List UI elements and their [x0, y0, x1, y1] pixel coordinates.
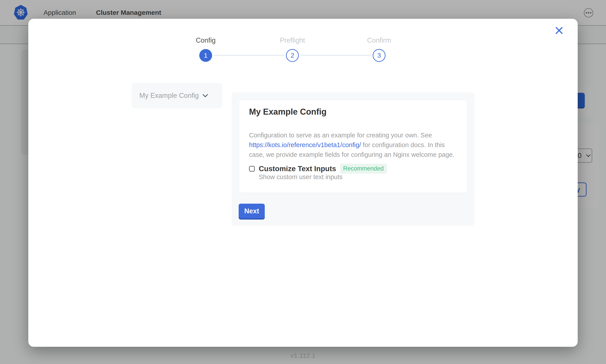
customize-text-inputs-row: Customize Text Inputs Recommended [249, 164, 387, 174]
step-label-config: Config [173, 37, 239, 44]
config-group-dropdown[interactable]: My Example Config [132, 83, 222, 108]
config-group-title: My Example Config [249, 107, 327, 117]
next-button[interactable]: Next [239, 204, 265, 219]
customize-text-inputs-checkbox[interactable] [249, 166, 255, 172]
step-connector-2 [300, 55, 371, 56]
description-text: Configuration to serve as an example for… [249, 132, 432, 139]
config-group-description: Configuration to serve as an example for… [249, 130, 459, 159]
config-group-card: My Example Config Configuration to serve… [239, 100, 467, 193]
step-label-preflight: Preflight [259, 37, 326, 44]
customize-text-inputs-label[interactable]: Customize Text Inputs [259, 165, 336, 173]
close-icon[interactable] [553, 24, 565, 37]
config-panel: My Example Config Configuration to serve… [232, 92, 474, 226]
step-connector-1 [214, 55, 284, 56]
config-group-dropdown-label: My Example Config [139, 92, 199, 100]
config-docs-link[interactable]: https://kots.io/reference/v1beta1/config… [249, 141, 361, 148]
recommended-badge: Recommended [340, 164, 387, 174]
step-label-confirm: Confirm [346, 37, 412, 44]
step-circle-2[interactable]: 2 [286, 49, 299, 62]
config-wizard-modal: Config Preflight Confirm 1 2 3 My Exampl… [28, 19, 578, 347]
chevron-down-icon [202, 94, 208, 97]
step-circle-3[interactable]: 3 [373, 49, 386, 62]
step-circle-1[interactable]: 1 [199, 49, 212, 62]
customize-text-inputs-help: Show custom user text inputs [259, 173, 343, 181]
